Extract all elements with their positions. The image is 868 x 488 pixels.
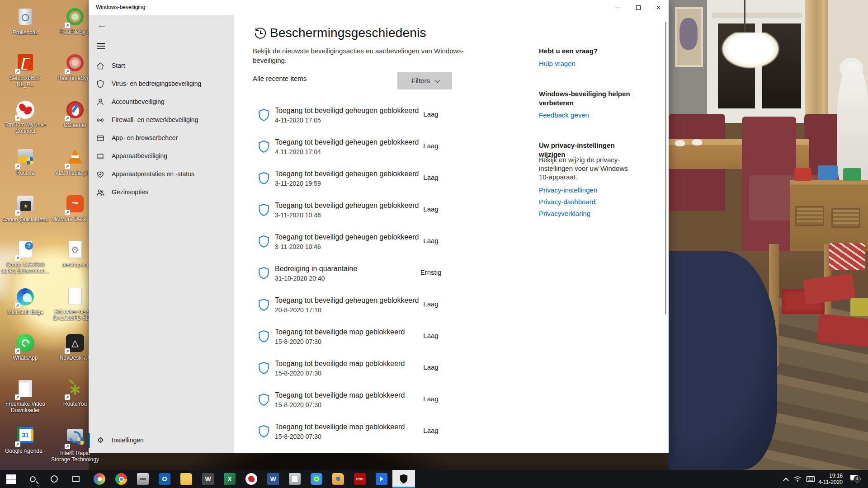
- outlook-icon: O: [159, 473, 170, 485]
- navdesk-icon: △ ↗: [66, 334, 85, 353]
- shortcut-arrow-icon: ↗: [15, 441, 20, 447]
- sidebar-item-firewall[interactable]: Firewall- en netwerkbeveiliging: [89, 111, 234, 129]
- taskbar-app-whatsapp[interactable]: [306, 470, 327, 488]
- history-item[interactable]: Toegang tot beveiligd geheugen geblokkee…: [252, 231, 569, 260]
- taskbar-app-windows-security[interactable]: [392, 470, 415, 488]
- sidebar-item-device-performance[interactable]: Apparaatprestaties en -status: [89, 165, 234, 183]
- history-item[interactable]: Toegang tot beveiligd geheugen geblokkee…: [252, 168, 569, 197]
- chrome-icon: [115, 473, 127, 485]
- tray-keyboard[interactable]: [804, 470, 817, 488]
- sidebar-item-device-security[interactable]: Apparaatbeveiliging: [89, 147, 234, 165]
- taskbar-app-explorer[interactable]: [175, 470, 197, 488]
- sidebar-item-account-protection[interactable]: Accountbeveiliging: [89, 93, 234, 111]
- taskbar-app-word[interactable]: W: [262, 470, 284, 488]
- shortcut-arrow-icon: ↗: [15, 394, 20, 400]
- desktop-icon-office-setup[interactable]: ↗ Setup.x86.nl-NL_P...: [1, 53, 50, 88]
- desktop-icon-recycle-bin[interactable]: Prullenbak: [1, 7, 50, 36]
- freemake-icon: ↗: [16, 380, 35, 399]
- taskbar-app-word-viewer[interactable]: W: [197, 470, 219, 488]
- back-button[interactable]: ←: [94, 19, 109, 32]
- home-icon: [96, 61, 105, 70]
- windows-security-window: Windows-beveiliging × ← Start Virus- en …: [89, 0, 669, 453]
- desktop-icon-canon-doc[interactable]: ? ↗ Canon MG2500 series Schermhan...: [1, 240, 50, 274]
- item-title: Toegang tot beveiligd geheugen geblokkee…: [275, 107, 419, 115]
- google-calendar-icon: 31 ↗: [16, 427, 35, 446]
- tray-expand-button[interactable]: [780, 470, 791, 488]
- desktop-icon-google-agenda[interactable]: 31 ↗ Google Agenda -: [1, 426, 50, 454]
- taskbar-app-scanner[interactable]: [284, 470, 306, 488]
- taskbar-app-outlook[interactable]: O: [154, 470, 175, 488]
- privacy-dashboard-link[interactable]: Privacy-dashboard: [539, 198, 595, 206]
- taskbar-app-paint[interactable]: [89, 470, 110, 488]
- edge-icon: ↗: [16, 288, 35, 307]
- taskbar-app-fax[interactable]: [132, 470, 154, 488]
- wallpaper-bottom-strip: [89, 453, 669, 470]
- history-item[interactable]: Toegang tot beveiligd geheugen geblokkee…: [252, 136, 569, 165]
- desktop-icon-tomtom[interactable]: ↗ TomTom MyDrive Connect: [1, 100, 50, 134]
- sidebar-item-settings[interactable]: ⚙ Instellingen: [89, 432, 234, 450]
- help-link[interactable]: Hulp vragen: [539, 60, 576, 67]
- laptop-icon: [96, 152, 105, 161]
- ccleaner-icon: ↗: [66, 101, 85, 120]
- search-icon: [30, 476, 36, 482]
- close-button[interactable]: ×: [648, 0, 669, 15]
- desktop-icon-recuva[interactable]: ↗ Recuva: [1, 147, 50, 176]
- taskbar-clock[interactable]: 19:16 4-11-2020: [816, 470, 843, 488]
- tomtom-icon: ↗: [16, 101, 35, 120]
- photo-sideboard: [790, 180, 868, 251]
- realtimesync-icon: ↗: [66, 54, 85, 73]
- person-icon: [96, 98, 105, 107]
- shield-icon: [258, 108, 270, 122]
- desktop-icon-freemake[interactable]: ↗ Freemake Video Downloader: [1, 380, 50, 413]
- gear-icon: ⚙: [96, 436, 105, 445]
- scrollbar-thumb[interactable]: [665, 22, 666, 314]
- shield-icon: [96, 80, 105, 89]
- sidebar-item-virus-protection[interactable]: Virus- en bedreigingsbeveiliging: [89, 75, 234, 93]
- taskbar-app-epson-scan[interactable]: [371, 470, 392, 488]
- security-shield-icon: [399, 474, 409, 484]
- tray-wifi[interactable]: [791, 470, 804, 488]
- history-item[interactable]: Toegang tot beveiligde map geblokkeerd 1…: [252, 358, 569, 387]
- freefilesync-icon: ↗: [66, 8, 85, 27]
- shortcut-arrow-icon: ↗: [65, 394, 70, 400]
- history-item[interactable]: Toegang tot beveiligd geheugen geblokkee…: [252, 105, 569, 134]
- wallpaper-photo: [669, 0, 868, 470]
- taskbar-app-downloads[interactable]: [327, 470, 349, 488]
- sidebar-item-app-browser[interactable]: App- en browserbeheer: [89, 129, 234, 147]
- shortcut-arrow-icon: ↗: [15, 164, 20, 169]
- privacy-settings-link[interactable]: Privacy-instellingen: [539, 186, 597, 194]
- history-item[interactable]: Toegang tot beveiligde map geblokkeerd 1…: [252, 389, 569, 418]
- history-item[interactable]: Toegang tot beveiligde map geblokkeerd 1…: [252, 421, 569, 450]
- cortana-button[interactable]: [43, 470, 65, 488]
- menu-button[interactable]: [96, 40, 111, 54]
- shortcut-arrow-icon: ↗: [15, 255, 20, 261]
- action-center-button[interactable]: 4: [846, 470, 862, 488]
- taskbar-app-tomtom[interactable]: [241, 470, 262, 488]
- privacy-statement-link[interactable]: Privacyverklaring: [539, 210, 590, 217]
- taskbar-app-chrome[interactable]: [110, 470, 132, 488]
- scanner-icon: [289, 473, 301, 485]
- taskbar-app-pdf[interactable]: PDF: [349, 470, 371, 488]
- photo-person: [669, 251, 777, 470]
- desktop-icon-edge[interactable]: ↗ Microsoft Edge: [1, 287, 50, 315]
- filters-button[interactable]: Filters: [397, 72, 452, 89]
- shortcut-arrow-icon: ↗: [65, 23, 70, 28]
- history-item[interactable]: Toegang tot beveiligd geheugen geblokkee…: [252, 200, 569, 229]
- sidebar-item-start[interactable]: Start: [89, 57, 234, 75]
- desktop-icon-canon-quick-menu[interactable]: ★ ↗ Canon Quick Menu: [1, 194, 50, 223]
- word-icon: W: [267, 473, 279, 485]
- desktop-icon-whatsapp[interactable]: ↗ WhatsApp: [1, 333, 50, 361]
- history-item[interactable]: Toegang tot beveiligd geheugen geblokkee…: [252, 295, 569, 324]
- search-button[interactable]: [22, 470, 43, 488]
- history-item[interactable]: Toegang tot beveiligde map geblokkeerd 1…: [252, 326, 569, 355]
- start-button[interactable]: [0, 470, 22, 488]
- history-item[interactable]: Bedreiging in quarantaine 31-10-2020 20:…: [252, 263, 569, 292]
- clock-date: 4-11-2020: [816, 479, 843, 485]
- task-view-button[interactable]: [65, 470, 87, 488]
- yellow-folder-icon: [332, 473, 344, 485]
- taskbar-app-excel[interactable]: X: [219, 470, 241, 488]
- shield-icon: [258, 172, 270, 185]
- paint-icon: [94, 473, 105, 485]
- feedback-link[interactable]: Feedback geven: [539, 111, 589, 119]
- sidebar-item-family-options[interactable]: Gezinsopties: [89, 183, 234, 202]
